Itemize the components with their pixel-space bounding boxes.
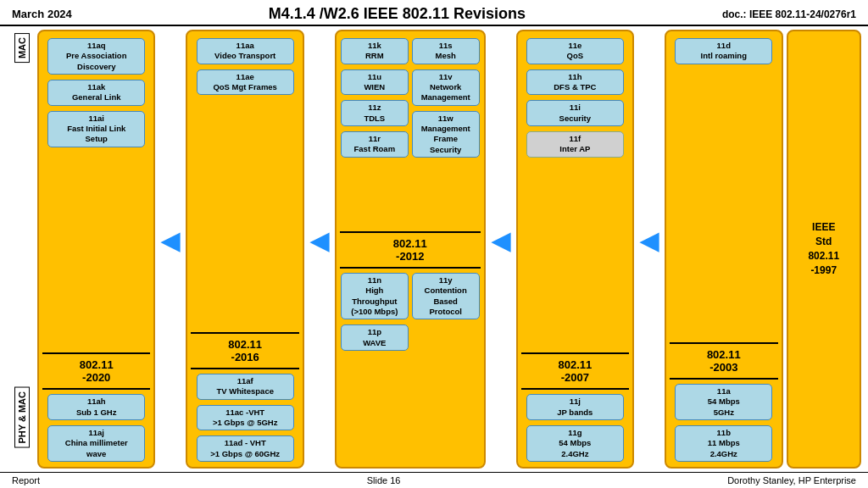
left-arrow-icon: ◀ — [161, 227, 180, 255]
box-11aq: 11aqPre AssociationDiscovery — [47, 38, 145, 75]
slab-2012: 11kRRM 11uWIEN 11zTDLS 11rFast Roam 11sM… — [335, 30, 486, 469]
box-11s: 11sMesh — [412, 38, 480, 64]
slab-2012-left-col: 11kRRM 11uWIEN 11zTDLS 11rFast Roam — [340, 36, 409, 229]
slab-2003-top: 11dIntl roaming — [670, 36, 777, 340]
slab-2012-bottom-right: 11yContentionBasedProtocol — [411, 271, 481, 463]
left-arrow-icon-3: ◀ — [492, 227, 510, 255]
slab-2016-top: 11aaVideo Transport 11aeQoS Mgt Frames — [191, 36, 298, 330]
slab-2020-bottom: 11ahSub 1 GHz 11ajChina millimeterwave — [42, 392, 150, 463]
box-11h: 11hDFS & TPC — [526, 69, 624, 96]
left-arrow-icon-2: ◀ — [310, 227, 329, 255]
box-11af: 11afTV Whitespace — [197, 374, 294, 400]
main-content: MAC PHY & MAC 11aqPre AssociationDiscove… — [0, 26, 868, 472]
footer-right: Dorothy Stanley, HP Enterprise — [727, 475, 856, 485]
box-11g: 11g54 Mbps2.4GHz — [526, 425, 624, 462]
box-11k: 11kRRM — [341, 38, 409, 64]
box-11p: 11pWAVE — [341, 324, 409, 351]
box-11f: 11fInter AP — [526, 131, 624, 158]
box-11w: 11wManagementFrameSecurity — [412, 111, 480, 158]
box-11ah: 11ahSub 1 GHz — [47, 394, 145, 420]
version-2012: 802.11-2012 — [393, 236, 427, 264]
slab-2020-top: 11aqPre AssociationDiscovery 11akGeneral… — [42, 36, 150, 350]
box-11ac: 11ac -VHT>1 Gbps @ 5GHz — [197, 405, 294, 431]
arrow-2016-2012: ◀ — [308, 13, 331, 469]
slab-ieee-1997: IEEE Std 802.11 -1997 — [787, 30, 861, 469]
footer: Report Slide 16 Dorothy Stanley, HP Ente… — [0, 472, 868, 488]
slab-2007-top: 11eQoS 11hDFS & TPC 11iSecurity 11fInter… — [521, 36, 629, 350]
footer-left: Report — [12, 475, 40, 485]
header-date: March 2024 — [12, 8, 72, 20]
axis-phy-mac: PHY & MAC — [14, 387, 30, 448]
box-11aj: 11ajChina millimeterwave — [47, 425, 145, 462]
slab-2016-bottom: 11afTV Whitespace 11ac -VHT>1 Gbps @ 5GH… — [191, 372, 298, 463]
box-11u: 11uWIEN — [341, 69, 409, 96]
left-arrow-icon-4: ◀ — [640, 227, 659, 255]
slab-2012-bottom-cols: 11nHighThroughput(>100 Mbps) 11pWAVE 11y… — [340, 271, 481, 463]
box-11j: 11jJP bands — [526, 394, 624, 420]
slab-2007: 11eQoS 11hDFS & TPC 11iSecurity 11fInter… — [516, 30, 634, 469]
box-11ae: 11aeQoS Mgt Frames — [197, 69, 294, 96]
slab-2016: 11aaVideo Transport 11aeQoS Mgt Frames 8… — [186, 30, 303, 469]
box-11a: 11a54 Mbps5GHz — [675, 384, 772, 420]
slab-2007-bottom: 11jJP bands 11g54 Mbps2.4GHz — [521, 392, 629, 463]
version-2003: 802.11-2003 — [707, 347, 741, 375]
box-11i: 11iSecurity — [526, 100, 624, 126]
version-2016: 802.11-2016 — [228, 336, 262, 365]
arrow-2007-2003: ◀ — [637, 13, 661, 469]
axis-mac: MAC — [14, 33, 30, 63]
arrow-2012-2007: ◀ — [489, 13, 513, 469]
box-11v: 11vNetworkManagement — [412, 69, 480, 106]
slab-2003: 11dIntl roaming 802.11-2003 11a54 Mbps5G… — [665, 30, 782, 469]
box-11b: 11b11 Mbps2.4GHz — [675, 425, 772, 462]
box-11z: 11zTDLS — [341, 100, 409, 126]
box-11aa: 11aaVideo Transport — [197, 38, 294, 64]
slab-2012-bottom-left: 11nHighThroughput(>100 Mbps) 11pWAVE — [340, 271, 409, 463]
box-11ai: 11aiFast Initial LinkSetup — [47, 111, 145, 147]
version-2007: 802.11-2007 — [558, 357, 592, 385]
box-11e: 11eQoS — [526, 38, 624, 64]
box-11n: 11nHighThroughput(>100 Mbps) — [341, 273, 409, 319]
page: March 2024 M4.1.4 /W2.6 IEEE 802.11 Revi… — [0, 0, 868, 488]
box-11ad: 11ad - VHT>1 Gbps @ 60GHz — [197, 435, 294, 462]
box-11r: 11rFast Roam — [341, 131, 409, 158]
version-2020: 802.11-2020 — [80, 357, 114, 385]
slab-2012-top-cols: 11kRRM 11uWIEN 11zTDLS 11rFast Roam 11sM… — [340, 36, 481, 229]
columns: 11aqPre AssociationDiscovery 11akGeneral… — [37, 30, 861, 469]
box-11y: 11yContentionBasedProtocol — [412, 273, 480, 319]
arrow-2020-2016: ◀ — [159, 13, 182, 469]
footer-center: Slide 16 — [367, 475, 401, 485]
box-11ak: 11akGeneral Link — [47, 80, 145, 106]
header: March 2024 M4.1.4 /W2.6 IEEE 802.11 Revi… — [0, 0, 868, 26]
slab-2020: 11aqPre AssociationDiscovery 11akGeneral… — [37, 30, 155, 469]
box-11d: 11dIntl roaming — [675, 38, 772, 64]
ieee-label: IEEE Std 802.11 -1997 — [808, 220, 839, 277]
slab-2012-right-col: 11sMesh 11vNetworkManagement 11wManageme… — [411, 36, 481, 229]
header-doc: doc.: IEEE 802.11-24/0276r1 — [722, 8, 856, 20]
slab-2003-bottom: 11a54 Mbps5GHz 11b11 Mbps2.4GHz — [670, 382, 777, 463]
axis-labels: MAC PHY & MAC — [7, 30, 37, 469]
